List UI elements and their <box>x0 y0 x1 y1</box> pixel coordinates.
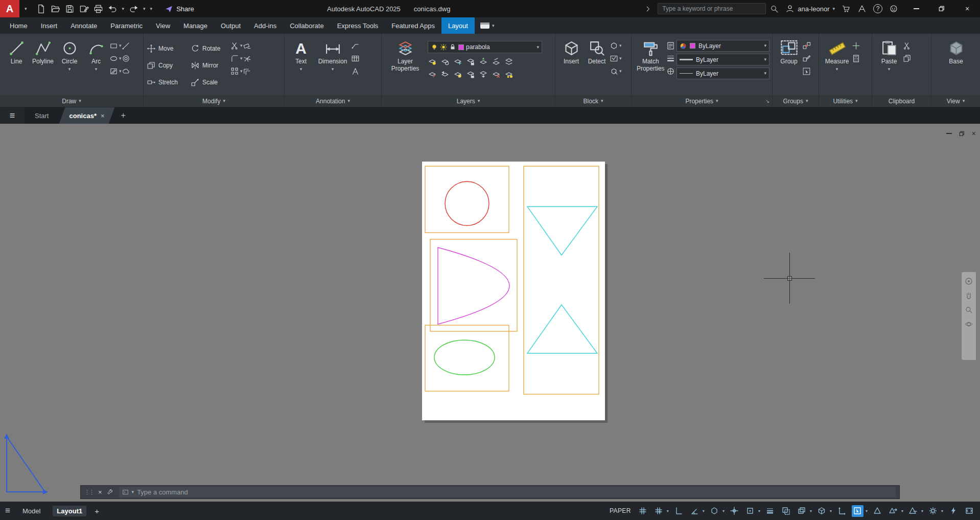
zoom-icon[interactable] <box>965 306 973 314</box>
paste-tool[interactable]: Paste ▾ <box>875 36 903 95</box>
annotation-scale-icon[interactable] <box>907 505 919 517</box>
tab-featured-apps[interactable]: Featured Apps <box>385 17 441 34</box>
account-area[interactable]: ana-leonor ▾ <box>785 4 835 13</box>
app-store-cart-icon[interactable] <box>842 4 851 13</box>
tab-output[interactable]: Output <box>214 17 247 34</box>
restore-button[interactable] <box>929 0 954 17</box>
move-tool[interactable]: Move <box>147 42 186 55</box>
circle-chevron-icon[interactable]: ▾ <box>68 67 71 72</box>
graphics-performance-icon[interactable] <box>947 505 959 517</box>
ray-tool[interactable] <box>122 41 130 50</box>
paste-chevron-icon[interactable]: ▾ <box>888 67 891 72</box>
ellipse-tool[interactable]: ▾ <box>109 54 122 63</box>
layer-merge-tool[interactable] <box>479 70 488 79</box>
viewport-close-icon[interactable]: × <box>972 130 976 137</box>
annotation-visibility-icon[interactable] <box>872 505 883 517</box>
rectangle-tool[interactable]: ▾ <box>109 41 122 50</box>
close-tab-icon[interactable]: × <box>101 112 105 120</box>
save-button[interactable] <box>65 4 75 14</box>
detect-tool[interactable]: Detect <box>584 36 610 95</box>
tab-express-tools[interactable]: Express Tools <box>331 17 385 34</box>
text-chevron-icon[interactable]: ▾ <box>300 67 302 72</box>
leader-tool[interactable] <box>351 41 360 50</box>
autoscale-icon[interactable] <box>888 505 899 517</box>
dimension-chevron-icon[interactable]: ▾ <box>332 67 334 72</box>
osnap-3d-icon[interactable] <box>816 505 828 517</box>
panel-draw-footer[interactable]: Draw▾ <box>0 95 143 107</box>
layer-unisolate-tool[interactable] <box>428 70 437 79</box>
recent-commands-icon[interactable] <box>122 489 129 495</box>
tab-home[interactable]: Home <box>3 17 34 34</box>
command-bar-grip-icon[interactable]: ⋮⋮ <box>84 489 94 495</box>
rotate-tool[interactable]: Rotate <box>191 42 230 55</box>
recent-commands-chevron-icon[interactable]: ▾ <box>132 490 134 494</box>
text-tool[interactable]: A Text ▾ <box>288 36 314 95</box>
file-tab-document[interactable]: conicas* × <box>59 107 114 124</box>
file-tab-start[interactable]: Start <box>25 107 59 124</box>
paper-space-toggle[interactable]: PAPER <box>610 507 631 514</box>
search-input[interactable] <box>658 3 766 14</box>
properties-dialog-launcher-icon[interactable]: ↘ <box>765 99 769 104</box>
insert-block-tool[interactable]: Insert <box>558 36 584 95</box>
define-attributes-tool[interactable]: ▾ <box>610 54 622 63</box>
hatch-tool[interactable]: ▾ <box>109 66 122 76</box>
application-menu-chevron-icon[interactable]: ▾ <box>25 7 27 11</box>
navigation-bar[interactable] <box>962 272 976 360</box>
layer-freeze-tool[interactable] <box>453 57 462 66</box>
dimension-tool[interactable]: Dimension ▾ <box>314 36 351 95</box>
plot-style-tool[interactable] <box>666 66 676 76</box>
layer-isolate-tool[interactable] <box>440 57 450 66</box>
viewport-restore-icon[interactable] <box>959 131 965 137</box>
revision-cloud-tool[interactable] <box>122 66 130 76</box>
layer-lock-icon[interactable] <box>449 43 456 51</box>
trim-tool[interactable]: ▾ <box>230 41 243 50</box>
id-point-tool[interactable] <box>852 41 860 50</box>
layer-match-tool[interactable] <box>492 57 501 66</box>
save-as-button[interactable] <box>79 4 89 14</box>
tab-insert[interactable]: Insert <box>34 17 64 34</box>
donut-tool[interactable] <box>122 54 130 63</box>
properties-palette-tool[interactable] <box>666 41 676 50</box>
erase-tool[interactable] <box>243 41 251 50</box>
new-file-button[interactable] <box>36 4 46 14</box>
layer-on-bulb-icon[interactable] <box>431 43 438 51</box>
osnap-chevron-icon[interactable]: ▾ <box>758 509 760 513</box>
group-tool[interactable]: Group <box>776 36 802 95</box>
lineweight-icon[interactable] <box>764 505 776 517</box>
selection-cycling-icon[interactable] <box>796 505 808 517</box>
assistant-icon[interactable] <box>889 4 898 13</box>
layer-delete-tool[interactable] <box>492 70 501 79</box>
array-tool[interactable]: ▾ <box>230 66 243 76</box>
layer-select-chevron-icon[interactable]: ▾ <box>536 45 539 50</box>
ortho-icon[interactable] <box>673 505 685 517</box>
object-color-select[interactable]: ByLayer ▾ <box>676 40 769 52</box>
ungroup-tool[interactable] <box>802 41 811 50</box>
file-tabs-menu-button[interactable]: ≡ <box>0 107 25 124</box>
command-customize-wrench-icon[interactable] <box>107 488 114 496</box>
isodraft-icon[interactable] <box>709 505 720 517</box>
tab-parametric[interactable]: Parametric <box>104 17 149 34</box>
fillet-tool[interactable]: ▾ <box>230 54 243 63</box>
panel-layers-footer[interactable]: Layers▾ <box>382 95 555 107</box>
layer-thaw-tool[interactable] <box>453 70 462 79</box>
panel-annotation-footer[interactable]: Annotation▾ <box>285 95 381 107</box>
layer-color-swatch[interactable] <box>458 44 464 50</box>
panel-properties-footer[interactable]: Properties▾↘ <box>632 95 772 107</box>
new-drawing-tab-button[interactable]: + <box>115 107 132 124</box>
orbit-icon[interactable] <box>965 320 973 328</box>
open-file-button[interactable] <box>51 4 60 14</box>
new-layout-button[interactable]: + <box>95 507 99 515</box>
layer-off-tool[interactable] <box>428 57 437 66</box>
selection-filtering-chevron-icon[interactable]: ▾ <box>866 509 868 513</box>
minimize-button[interactable] <box>903 0 929 17</box>
isodraft-chevron-icon[interactable]: ▾ <box>722 509 725 513</box>
tab-add-ins[interactable]: Add-ins <box>247 17 283 34</box>
group-edit-tool[interactable] <box>802 54 811 63</box>
panel-view-footer[interactable]: View▾ <box>931 95 980 107</box>
layer-select[interactable]: parabola ▾ <box>428 41 542 53</box>
undo-history-chevron-icon[interactable]: ▾ <box>122 7 125 11</box>
group-selection-tool[interactable] <box>802 66 811 76</box>
layer-previous-tool[interactable] <box>440 70 450 79</box>
selection-filtering-icon[interactable] <box>852 505 864 517</box>
layer-unlock-tool[interactable] <box>466 70 475 79</box>
